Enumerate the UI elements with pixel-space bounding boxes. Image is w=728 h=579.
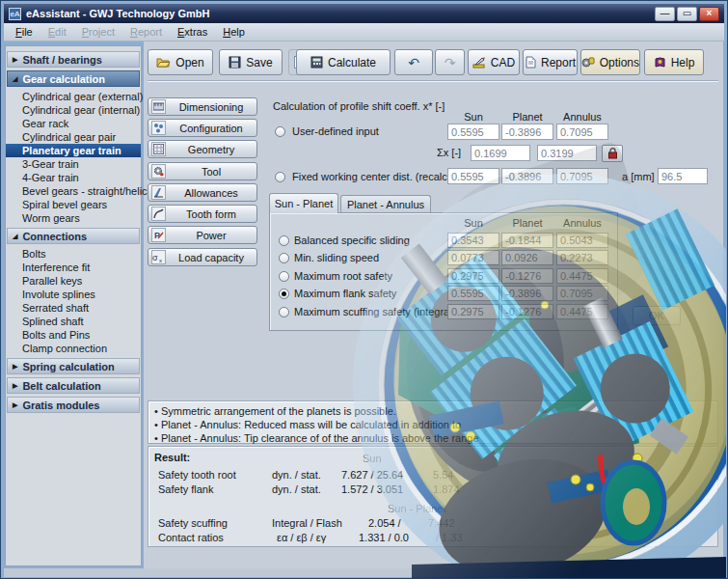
sidebar-item-bevel-gears[interactable]: Bevel gears - straight/helical	[6, 184, 141, 198]
menu-bar: File Edit Project Report Extras Help	[4, 23, 724, 41]
center-distance-label: a [mm]	[622, 171, 655, 182]
configuration-icon	[151, 121, 166, 135]
minspeed-sun-field[interactable]	[447, 250, 499, 265]
tool-button[interactable]: Tool	[148, 162, 257, 180]
sidebar-section-connections[interactable]: ◢Connections	[7, 228, 140, 244]
sidebar-item-gear-rack[interactable]: Gear rack	[6, 117, 141, 130]
flank-sun-field[interactable]	[447, 286, 499, 301]
min-sliding-speed-radio[interactable]	[279, 253, 289, 263]
fixed-sun-field[interactable]	[447, 168, 499, 184]
sidebar-item-serrated-shaft[interactable]: Serrated shaft	[6, 301, 141, 315]
result-row-label: Safety flank	[158, 483, 213, 495]
save-button[interactable]: Save	[219, 49, 283, 75]
max-root-safety-radio[interactable]	[279, 271, 289, 282]
open-button[interactable]: Open	[148, 49, 213, 75]
scuffing-planet-field[interactable]	[501, 304, 553, 319]
ok-button[interactable]: OK	[633, 306, 681, 325]
collapsed-arrow-icon: ▶	[13, 401, 17, 409]
sigma-field-1[interactable]	[471, 145, 530, 161]
root-sun-field[interactable]	[447, 268, 499, 284]
fixed-annulus-field[interactable]	[556, 168, 608, 184]
sidebar-section-belt-calculation[interactable]: ▶Belt calculation	[7, 377, 140, 394]
maximize-button[interactable]: ▭	[677, 7, 697, 21]
result-row-values: 1.572 / 3.051	[341, 483, 403, 495]
expanded-arrow-icon: ◢	[13, 75, 17, 83]
undo-button[interactable]: ↶	[394, 49, 433, 75]
sigma-field-2[interactable]	[537, 145, 597, 161]
user-defined-radio[interactable]	[275, 126, 285, 137]
redo-icon: ↷	[445, 55, 456, 70]
center-distance-field[interactable]	[658, 168, 708, 184]
cad-button[interactable]: CAD	[468, 49, 520, 75]
window-title: eAssistant - GWJ Technology GmbH	[26, 8, 210, 19]
root-annulus-field[interactable]	[556, 268, 608, 284]
minspeed-planet-field[interactable]	[501, 250, 553, 265]
flank-annulus-field[interactable]	[556, 286, 608, 301]
result-row-mode: εα / εβ / εγ	[277, 532, 326, 543]
sidebar-section-shaft-bearings[interactable]: ▶Shaft / bearings	[7, 51, 140, 68]
sidebar-item-spiral-bevel-gears[interactable]: Spiral bevel gears	[6, 198, 141, 211]
sidebar-item-4-gear-train[interactable]: 4-Gear train	[6, 171, 141, 184]
user-sun-field[interactable]	[447, 124, 499, 140]
balanced-sun-field[interactable]	[447, 233, 499, 248]
options-button[interactable]: Options	[580, 49, 640, 75]
geometry-button[interactable]: Geometry	[148, 140, 257, 158]
max-scuffing-safety-radio[interactable]	[279, 307, 289, 317]
balanced-sliding-label: Balanced specific sliding	[294, 234, 410, 246]
menu-help[interactable]: Help	[215, 24, 253, 40]
redo-button[interactable]: ↷	[435, 49, 465, 75]
sidebar-item-cylindrical-gear-pair[interactable]: Cylindrical gear pair	[6, 130, 141, 144]
configuration-button[interactable]: Configuration	[148, 119, 257, 137]
sidebar-item-clamp-connection[interactable]: Clamp connection	[6, 342, 141, 355]
balanced-sliding-radio[interactable]	[279, 235, 289, 246]
root-planet-field[interactable]	[501, 268, 553, 284]
menu-file[interactable]: File	[8, 24, 40, 40]
sidebar-item-3-gear-train[interactable]: 3-Gear train	[6, 157, 141, 171]
sidebar-item-bolts-and-pins[interactable]: Bolts and Pins	[6, 328, 141, 342]
scuffing-sun-field[interactable]	[447, 304, 499, 319]
user-planet-field[interactable]	[501, 124, 553, 140]
menu-extras[interactable]: Extras	[170, 24, 215, 40]
user-annulus-field[interactable]	[556, 124, 608, 140]
sidebar-item-worm-gears[interactable]: Worm gears	[6, 211, 141, 225]
allowances-button[interactable]: Allowances	[148, 183, 257, 202]
flank-planet-field[interactable]	[501, 286, 553, 301]
max-flank-safety-radio[interactable]	[279, 289, 289, 299]
sidebar-item-parallel-keys[interactable]: Parallel keys	[6, 274, 141, 288]
fixed-planet-field[interactable]	[501, 168, 553, 184]
tooth-form-button[interactable]: Tooth form	[148, 205, 257, 223]
balanced-planet-field[interactable]	[501, 233, 553, 248]
options-gear-icon	[581, 56, 595, 69]
sidebar-section-gratis-modules[interactable]: ▶Gratis modules	[7, 397, 140, 413]
dimensioning-button[interactable]: Dimensioning	[148, 97, 257, 116]
sidebar-section-spring-calculation[interactable]: ▶Spring calculation	[7, 358, 140, 374]
sidebar-item-planetary-gear-train[interactable]: Planetary gear train	[6, 144, 141, 157]
sidebar-item-interference-fit[interactable]: Interference fit	[6, 261, 141, 274]
minimize-button[interactable]: —	[655, 7, 675, 21]
power-icon: P	[151, 228, 166, 242]
result-row-mode: Integral / Flash	[272, 517, 342, 529]
close-button[interactable]: ×	[699, 7, 719, 21]
lock-button[interactable]	[602, 145, 623, 162]
tab-planet-annulus[interactable]: Planet - Annulus	[340, 195, 431, 213]
report-button[interactable]: Report	[523, 49, 578, 75]
menu-edit: Edit	[40, 24, 74, 40]
sidebar-item-involute-splines[interactable]: Involute splines	[6, 288, 141, 301]
tab-sun-planet[interactable]: Sun - Planet	[269, 193, 338, 213]
criteria-header-sun: Sun	[447, 217, 499, 229]
fixed-center-radio[interactable]	[275, 172, 285, 182]
scuffing-annulus-field[interactable]	[556, 304, 608, 319]
calculate-button[interactable]: Calculate	[296, 49, 391, 75]
sidebar-section-gear-calculation[interactable]: ◢Gear calculation	[7, 70, 140, 87]
help-button[interactable]: Help	[644, 49, 704, 75]
calculator-icon	[310, 56, 323, 69]
sidebar-item-cylindrical-gear-internal[interactable]: Cylindrical gear (internal)	[6, 103, 141, 117]
balanced-annulus-field[interactable]	[556, 233, 608, 248]
sidebar-item-bolts[interactable]: Bolts	[6, 247, 141, 261]
minspeed-annulus-field[interactable]	[556, 250, 608, 265]
power-button[interactable]: PPower	[148, 226, 257, 244]
sidebar-item-cylindrical-gear-external[interactable]: Cylindrical gear (external)	[6, 90, 141, 103]
sidebar-item-splined-shaft[interactable]: Splined shaft	[6, 315, 141, 328]
load-capacity-button[interactable]: σxLoad capacity	[148, 248, 257, 266]
help-book-icon	[654, 56, 666, 69]
